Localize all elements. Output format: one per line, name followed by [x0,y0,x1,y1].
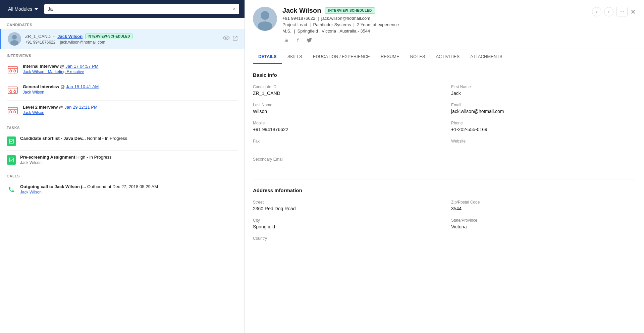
field-state: State/Province Victoria [451,218,636,229]
field-first-name: First Name Jack [451,85,636,96]
call-meta-1: Outbound at Dec 27, 2018 05:29 AM [87,184,158,189]
address-info-title: Address Information [253,187,636,193]
search-input-wrapper: × [44,4,239,14]
search-bar: All Modules × [0,0,245,18]
field-last-name: Last Name Wilson [253,103,438,114]
task-item-2[interactable]: Pre-screening Assignment High - In Progr… [7,151,238,169]
left-panel: All Modules × CANDIDATES ZR_1_CAND - [0,0,245,333]
interview-sub-3[interactable]: Jack Wilson [23,110,238,115]
interview-details-2: General Interview @ Jan 18 10:41 AM Jack… [23,84,238,95]
field-last-name-label: Last Name [253,103,438,107]
field-fax-value: – [253,145,438,150]
interview-date-1: Jan 17 04:57 PM [65,64,98,69]
call-details-1: Outgoing call to Jack Wilson (... Outbou… [20,184,238,195]
module-selector[interactable]: All Modules [5,5,41,13]
field-street: Street 2360 Red Dog Road [253,200,438,211]
interview-item[interactable]: Level 2 Interview @ Jan 29 12:11 PM Jack… [7,101,238,121]
field-phone-label: Phone [451,121,636,125]
field-mobile: Mobile +91 9941876622 [253,121,438,132]
open-icon[interactable] [232,36,238,42]
field-state-value: Victoria [451,224,636,229]
interview-item[interactable]: General Interview @ Jan 18 10:41 AM Jack… [7,80,238,101]
task-meta-1: Normal - In Progress [87,136,127,141]
field-website: Website – [451,139,636,150]
linkedin-icon[interactable]: in [282,36,290,44]
task-meta-2: High - In Progress [76,155,112,160]
task-icon-1 [7,136,16,146]
header-actions: ‹ › ⋯ ✕ [592,7,636,16]
preview-icon[interactable] [223,36,230,42]
field-street-value: 2360 Red Dog Road [253,206,438,211]
task-details-2: Pre-screening Assignment High - In Progr… [20,155,238,165]
header-name: Jack Wilson [282,7,321,14]
candidate-name[interactable]: Jack Wilson [57,34,83,39]
interview-icon-3 [7,105,19,117]
interview-item[interactable]: Internal Interview @ Jan 17 04:57 PM Jac… [7,60,238,80]
close-button[interactable]: ✕ [630,8,636,16]
tab-skills[interactable]: SKILLS [282,50,308,64]
basic-info-title: Basic Info [253,72,636,78]
interview-icon-2 [7,84,19,96]
tab-notes[interactable]: NOTES [405,50,431,64]
next-button[interactable]: › [604,7,613,16]
tab-activities[interactable]: ACTIVITIES [430,50,465,64]
svg-point-1 [12,35,17,40]
right-panel: Jack Wilson INTERVIEW-SCHEDULED +91 9941… [245,0,644,333]
interview-sub-2[interactable]: Jack Wilson [23,90,238,95]
candidate-contact: +91 9941876622 jack.wilson@hotmail.com [25,40,219,45]
task-sub-2[interactable]: Jack Wilson [20,160,238,165]
field-email: Email jack.wilson@hotmail.com [451,103,636,114]
task-details-1: Candidate shortlist - Java Dev... Normal… [20,136,238,146]
field-fax-label: Fax [253,139,438,144]
field-first-name-label: First Name [451,85,636,89]
field-mobile-label: Mobile [253,121,438,125]
header-status-badge: INTERVIEW-SCHEDULED [325,7,375,14]
call-sub-1[interactable]: Jack Wilson [20,190,238,195]
svg-point-25 [258,21,272,31]
avatar [8,32,21,46]
clear-icon[interactable]: × [233,6,236,12]
candidate-header: Jack Wilson INTERVIEW-SCHEDULED +91 9941… [245,0,644,50]
tab-details[interactable]: DETAILS [253,50,282,64]
candidates-section-label: CANDIDATES [0,18,245,29]
field-candidate-id: Candidate ID ZR_1_CAND [253,85,438,96]
facebook-icon[interactable]: f [294,36,302,44]
task-item-1[interactable]: Candidate shortlist - Java Dev... Normal… [7,132,238,151]
content-area: Basic Info Candidate ID ZR_1_CAND First … [245,64,644,261]
field-secondary-email: Secondary Email – [253,157,438,168]
candidate-actions [223,36,238,42]
interview-date-3: Jan 29 12:11 PM [65,105,98,110]
task-title-1: Candidate shortlist - Java Dev... [20,136,86,141]
field-zip: Zip/Postal Code 3544 [451,200,636,211]
interview-details-3: Level 2 Interview @ Jan 29 12:11 PM Jack… [23,105,238,115]
interview-icon-1 [7,64,19,76]
field-state-label: State/Province [451,218,636,223]
candidate-id: ZR_1_CAND [25,34,51,39]
tasks-section: Candidate shortlist - Java Dev... Normal… [0,132,245,169]
task-sub-1: - [20,142,238,146]
svg-point-3 [226,37,227,39]
field-phone: Phone +1-202-555-0169 [451,121,636,132]
svg-point-2 [10,40,18,46]
header-info: Jack Wilson INTERVIEW-SCHEDULED +91 9941… [282,7,587,44]
field-mobile-value: +91 9941876622 [253,127,438,132]
prev-button[interactable]: ‹ [592,7,601,16]
svg-rect-5 [8,66,17,73]
search-input[interactable] [48,6,232,12]
tab-resume[interactable]: RESUME [375,50,405,64]
field-city-label: City [253,218,438,223]
svg-point-19 [10,111,12,113]
more-button[interactable]: ⋯ [616,7,628,16]
svg-point-14 [14,91,16,93]
tab-attachments[interactable]: ATTACHMENTS [465,50,508,64]
social-icons: in f [282,36,587,44]
candidate-row[interactable]: ZR_1_CAND - Jack Wilson INTERVIEW-SCHEDU… [0,29,245,49]
svg-point-20 [14,111,16,113]
twitter-icon[interactable] [305,36,313,44]
tab-education[interactable]: EDUCATION / EXPERIENCE [308,50,375,64]
field-zip-label: Zip/Postal Code [451,200,636,205]
field-country-label: Country [253,236,438,241]
interview-sub-1[interactable]: Jack Wilson - Marketing Executive [23,69,238,74]
module-label: All Modules [8,6,32,12]
call-item-1[interactable]: Outgoing call to Jack Wilson (... Outbou… [7,180,238,199]
